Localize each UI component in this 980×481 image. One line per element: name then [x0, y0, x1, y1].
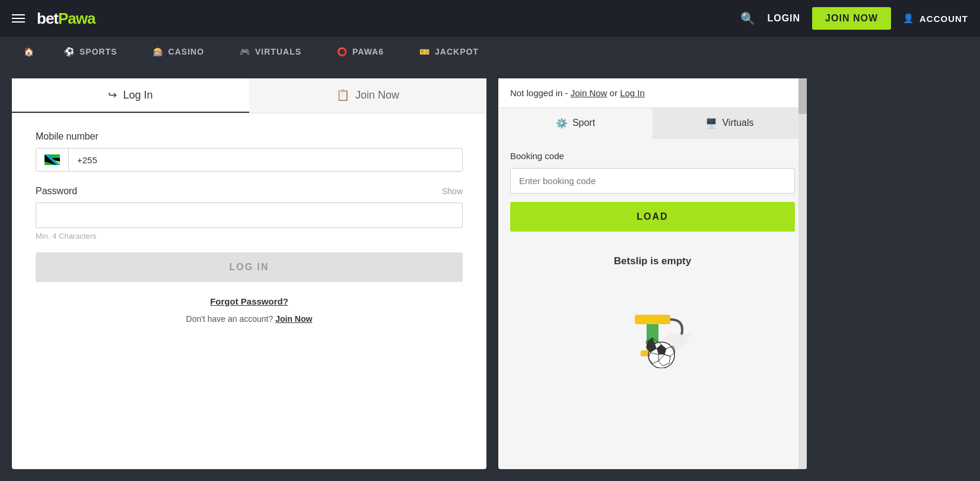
mobile-label: Mobile number [36, 131, 463, 142]
main-content: ↪ Log In 📋 Join Now Mobile number [0, 67, 980, 481]
scrollbar[interactable] [798, 78, 807, 469]
sport-icon: ⚙️ [556, 118, 568, 129]
category-navigation: 🏠 ⚽ SPORTS 🎰 CASINO 🎮 VIRTUALS ⭕ PAWA6 🎫… [0, 37, 980, 67]
empty-betslip-svg [605, 285, 700, 368]
nav-casino[interactable]: 🎰 CASINO [135, 37, 222, 67]
country-code: +255 [69, 149, 106, 171]
scrollbar-thumb[interactable] [798, 78, 807, 114]
tab-login[interactable]: ↪ Log In [12, 78, 249, 113]
logo-pawa: Pawa [58, 10, 96, 28]
search-button[interactable]: 🔍 [740, 11, 755, 26]
forgot-password-link[interactable]: Forgot Password? [210, 296, 288, 306]
virtuals-tab-icon: 🖥️ [705, 118, 717, 129]
home-icon: 🏠 [24, 47, 34, 56]
login-submit-button[interactable]: LOG IN [36, 252, 463, 282]
svg-rect-10 [682, 334, 687, 338]
account-button[interactable]: 👤 ACCOUNT [903, 13, 968, 24]
tab-virtuals[interactable]: 🖥️ Virtuals [653, 108, 807, 139]
nav-home[interactable]: 🏠 [12, 37, 46, 67]
nav-sports[interactable]: ⚽ SPORTS [46, 37, 135, 67]
account-icon: 👤 [903, 13, 915, 24]
nav-right: 🔍 LOGIN JOIN NOW 👤 ACCOUNT [740, 7, 968, 30]
nav-virtuals-label: VIRTUALS [255, 47, 301, 56]
booking-label: Booking code [510, 151, 795, 161]
tab-sport-label: Sport [572, 118, 595, 128]
sports-icon: ⚽ [64, 47, 75, 56]
nav-sports-label: SPORTS [79, 47, 117, 56]
virtuals-icon: 🎮 [240, 47, 250, 56]
min-chars-hint: Min. 4 Characters [36, 232, 463, 240]
password-label: Password [36, 186, 77, 197]
phone-input-row: +255 [36, 148, 463, 172]
no-account-text: Don't have an account? [186, 314, 273, 324]
right-log-in-link[interactable]: Log In [620, 88, 645, 98]
password-row: Password Show [36, 186, 463, 197]
right-join-now-link[interactable]: Join Now [571, 88, 607, 98]
country-flag-selector[interactable] [36, 148, 69, 171]
tab-virtuals-label: Virtuals [722, 118, 753, 128]
pawa6-icon: ⭕ [337, 47, 348, 56]
join-now-button[interactable]: JOIN NOW [812, 7, 891, 30]
join-register-icon: 📋 [336, 88, 349, 102]
or-text: or [607, 88, 620, 98]
login-button[interactable]: LOGIN [767, 13, 800, 24]
logo[interactable]: betPawa [37, 10, 96, 28]
betslip-empty-section: Betslip is empty [498, 243, 807, 374]
password-input[interactable] [36, 202, 463, 228]
svg-rect-7 [635, 315, 670, 324]
svg-rect-11 [687, 333, 691, 337]
auth-tabs: ↪ Log In 📋 Join Now [12, 78, 486, 113]
betslip-tabs: ⚙️ Sport 🖥️ Virtuals [498, 108, 807, 139]
casino-icon: 🎰 [153, 47, 164, 56]
load-button[interactable]: LOAD [510, 202, 795, 232]
logo-bet: bet [37, 10, 58, 28]
nav-jackpot-label: JACKPOT [435, 47, 479, 56]
betslip-empty-title: Betslip is empty [510, 255, 795, 267]
nav-left: betPawa [12, 10, 96, 28]
betslip-illustration [510, 279, 795, 374]
tab-join-now[interactable]: 📋 Join Now [249, 78, 486, 113]
nav-jackpot[interactable]: 🎫 JACKPOT [402, 37, 497, 67]
phone-number-input[interactable] [106, 149, 462, 171]
show-password-toggle[interactable]: Show [442, 186, 463, 196]
tab-login-label: Log In [123, 89, 152, 102]
nav-virtuals[interactable]: 🎮 VIRTUALS [222, 37, 319, 67]
top-navigation: betPawa 🔍 LOGIN JOIN NOW 👤 ACCOUNT [0, 0, 980, 37]
login-form-area: Mobile number +255 Password Show [12, 113, 486, 341]
hamburger-menu[interactable] [12, 14, 25, 23]
not-logged-in-banner: Not logged in - Join Now or Log In [498, 78, 807, 108]
not-logged-in-text: Not logged in - [510, 88, 571, 98]
booking-section: Booking code LOAD [498, 139, 807, 243]
tab-join-label: Join Now [355, 89, 399, 102]
nav-pawa6[interactable]: ⭕ PAWA6 [319, 37, 402, 67]
tanzania-flag [44, 154, 60, 165]
tab-sport[interactable]: ⚙️ Sport [498, 108, 653, 139]
forgot-password-row: Forgot Password? [36, 296, 463, 307]
jackpot-icon: 🎫 [419, 47, 430, 56]
nav-pawa6-label: PAWA6 [352, 47, 384, 56]
nav-casino-label: CASINO [168, 47, 204, 56]
booking-code-input[interactable] [510, 168, 795, 194]
join-now-link-form[interactable]: Join Now [275, 314, 312, 324]
account-label: ACCOUNT [919, 14, 968, 24]
no-account-row: Don't have an account? Join Now [36, 314, 463, 324]
betslip-panel: Not logged in - Join Now or Log In ⚙️ Sp… [498, 78, 807, 469]
login-panel: ↪ Log In 📋 Join Now Mobile number [12, 78, 486, 469]
login-arrow-icon: ↪ [108, 88, 117, 102]
